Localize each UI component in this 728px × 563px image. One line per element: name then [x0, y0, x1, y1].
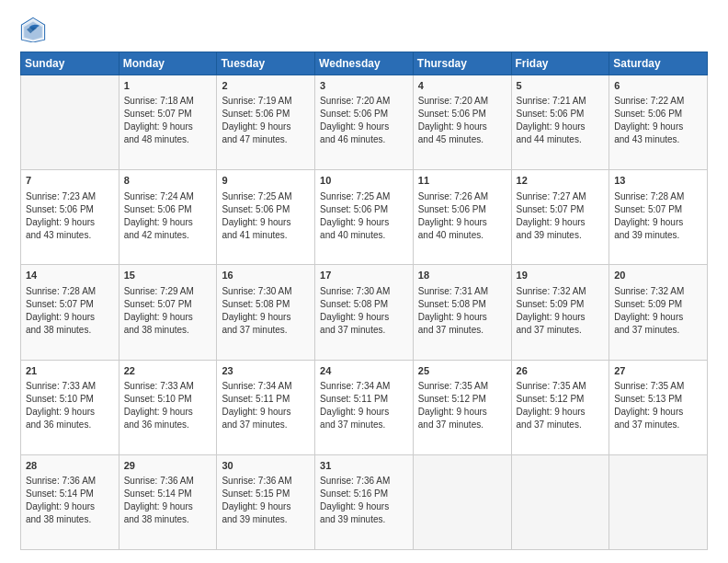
day-info-line: Sunset: 5:06 PM	[26, 203, 114, 216]
day-info-line: and 46 minutes.	[320, 133, 408, 146]
day-number: 6	[614, 79, 702, 93]
day-info-line: Sunrise: 7:36 AM	[222, 475, 310, 488]
day-info-line: Daylight: 9 hours	[26, 311, 114, 324]
day-info-line: and 37 minutes.	[418, 324, 506, 337]
day-info-line: Sunset: 5:06 PM	[517, 108, 605, 121]
day-number: 27	[614, 364, 702, 378]
day-info-line: Sunset: 5:06 PM	[418, 108, 506, 121]
day-info-line: Sunrise: 7:19 AM	[222, 95, 310, 108]
day-info-line: Sunset: 5:06 PM	[418, 203, 506, 216]
day-info-line: Daylight: 9 hours	[124, 311, 212, 324]
day-number: 16	[222, 269, 310, 282]
day-info-line: Sunset: 5:06 PM	[124, 203, 212, 216]
day-number: 18	[418, 269, 506, 282]
day-number: 13	[614, 174, 702, 188]
day-info-line: Daylight: 9 hours	[222, 121, 310, 133]
day-info-line: Daylight: 9 hours	[517, 311, 605, 324]
day-cell: 22Sunrise: 7:33 AMSunset: 5:10 PMDayligh…	[119, 360, 217, 454]
day-info-line: and 37 minutes.	[222, 419, 310, 431]
day-info-line: and 38 minutes.	[26, 513, 114, 526]
day-info-line: Daylight: 9 hours	[614, 406, 702, 419]
day-number: 8	[124, 174, 212, 188]
day-info-line: Sunrise: 7:36 AM	[26, 475, 114, 488]
day-info-line: Sunrise: 7:35 AM	[418, 380, 506, 393]
day-info-line: Sunrise: 7:23 AM	[26, 190, 114, 203]
day-cell: 8Sunrise: 7:24 AMSunset: 5:06 PMDaylight…	[119, 170, 217, 265]
day-number: 2	[222, 79, 310, 93]
day-cell	[511, 454, 609, 549]
day-cell: 5Sunrise: 7:21 AMSunset: 5:06 PMDaylight…	[511, 75, 609, 170]
day-number: 21	[26, 364, 114, 378]
day-info-line: Sunrise: 7:27 AM	[517, 190, 605, 203]
day-number: 9	[222, 174, 310, 188]
day-info-line: Daylight: 9 hours	[222, 406, 310, 419]
day-info-line: Sunrise: 7:18 AM	[124, 95, 212, 108]
day-info-line: Sunset: 5:08 PM	[222, 298, 310, 311]
day-number: 24	[320, 364, 408, 378]
day-info-line: Daylight: 9 hours	[26, 500, 114, 513]
day-info-line: and 45 minutes.	[418, 133, 506, 146]
day-info-line: Sunrise: 7:36 AM	[320, 475, 408, 488]
logo-icon	[20, 17, 46, 42]
day-info-line: Sunrise: 7:25 AM	[320, 190, 408, 203]
day-info-line: Daylight: 9 hours	[320, 216, 408, 229]
day-info-line: and 37 minutes.	[517, 419, 605, 431]
weekday-header-row: SundayMondayTuesdayWednesdayThursdayFrid…	[21, 52, 708, 75]
day-cell: 30Sunrise: 7:36 AMSunset: 5:15 PMDayligh…	[217, 454, 315, 549]
day-info-line: Sunset: 5:06 PM	[222, 108, 310, 121]
day-info-line: Daylight: 9 hours	[614, 121, 702, 133]
day-number: 29	[124, 459, 212, 473]
day-info-line: Daylight: 9 hours	[418, 216, 506, 229]
day-number: 12	[517, 174, 605, 188]
day-info-line: Daylight: 9 hours	[517, 121, 605, 133]
day-cell: 19Sunrise: 7:32 AMSunset: 5:09 PMDayligh…	[511, 265, 609, 360]
day-info-line: and 43 minutes.	[614, 133, 702, 146]
day-info-line: Sunset: 5:14 PM	[124, 488, 212, 500]
logo	[20, 17, 50, 42]
day-info-line: Daylight: 9 hours	[320, 311, 408, 324]
day-cell: 12Sunrise: 7:27 AMSunset: 5:07 PMDayligh…	[511, 170, 609, 265]
day-cell: 6Sunrise: 7:22 AMSunset: 5:06 PMDaylight…	[609, 75, 708, 170]
day-info-line: Daylight: 9 hours	[320, 500, 408, 513]
day-info-line: Sunset: 5:10 PM	[124, 393, 212, 406]
day-number: 31	[320, 459, 408, 473]
day-number: 7	[26, 174, 114, 188]
day-number: 23	[222, 364, 310, 378]
day-info-line: and 38 minutes.	[26, 324, 114, 337]
day-info-line: and 39 minutes.	[614, 229, 702, 242]
day-info-line: and 37 minutes.	[418, 419, 506, 431]
day-cell: 18Sunrise: 7:31 AMSunset: 5:08 PMDayligh…	[413, 265, 511, 360]
day-info-line: Sunrise: 7:28 AM	[26, 285, 114, 298]
day-cell: 17Sunrise: 7:30 AMSunset: 5:08 PMDayligh…	[315, 265, 414, 360]
day-info-line: and 38 minutes.	[124, 513, 212, 526]
day-info-line: and 44 minutes.	[517, 133, 605, 146]
day-info-line: Daylight: 9 hours	[517, 216, 605, 229]
day-info-line: Sunrise: 7:30 AM	[222, 285, 310, 298]
week-row-3: 14Sunrise: 7:28 AMSunset: 5:07 PMDayligh…	[21, 265, 708, 360]
day-info-line: and 43 minutes.	[26, 229, 114, 242]
day-info-line: Sunrise: 7:35 AM	[517, 380, 605, 393]
day-info-line: Daylight: 9 hours	[320, 406, 408, 419]
day-info-line: and 41 minutes.	[222, 229, 310, 242]
day-info-line: Sunset: 5:07 PM	[124, 108, 212, 121]
day-info-line: Daylight: 9 hours	[222, 216, 310, 229]
day-cell: 24Sunrise: 7:34 AMSunset: 5:11 PMDayligh…	[315, 360, 414, 454]
day-number: 5	[517, 79, 605, 93]
day-info-line: Sunset: 5:07 PM	[26, 298, 114, 311]
day-info-line: Sunset: 5:06 PM	[222, 203, 310, 216]
day-number: 3	[320, 79, 408, 93]
weekday-tuesday: Tuesday	[217, 52, 315, 75]
day-info-line: Sunset: 5:16 PM	[320, 488, 408, 500]
day-cell: 27Sunrise: 7:35 AMSunset: 5:13 PMDayligh…	[609, 360, 708, 454]
day-info-line: and 47 minutes.	[222, 133, 310, 146]
day-info-line: Sunset: 5:08 PM	[418, 298, 506, 311]
day-info-line: Daylight: 9 hours	[26, 216, 114, 229]
day-info-line: Sunset: 5:09 PM	[517, 298, 605, 311]
day-info-line: Sunrise: 7:32 AM	[614, 285, 702, 298]
day-info-line: Sunrise: 7:33 AM	[124, 380, 212, 393]
day-info-line: Sunset: 5:15 PM	[222, 488, 310, 500]
day-info-line: and 40 minutes.	[418, 229, 506, 242]
day-info-line: Sunset: 5:06 PM	[320, 108, 408, 121]
day-info-line: Sunset: 5:08 PM	[320, 298, 408, 311]
day-cell: 25Sunrise: 7:35 AMSunset: 5:12 PMDayligh…	[413, 360, 511, 454]
